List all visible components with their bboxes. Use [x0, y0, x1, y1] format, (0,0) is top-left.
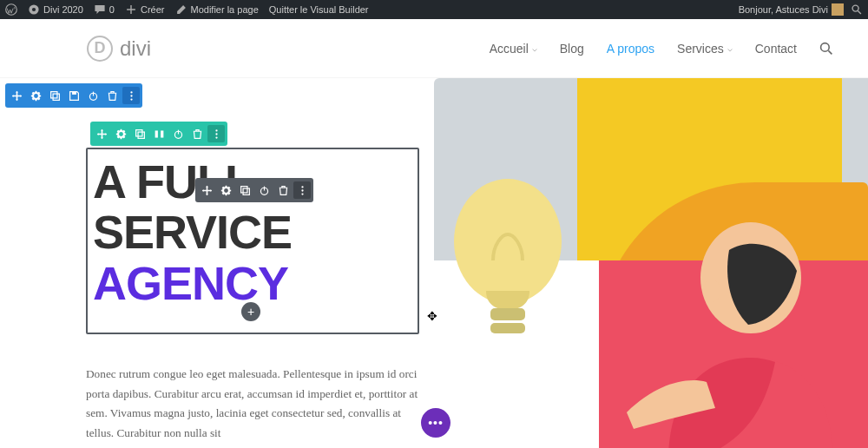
plus-icon [125, 3, 137, 16]
section-move-handle[interactable] [8, 87, 25, 104]
svg-rect-26 [243, 188, 249, 194]
site-header: D divi Accueil ⌵ Blog A propos Services … [0, 19, 868, 78]
nav-contact[interactable]: Contact [755, 42, 797, 56]
svg-point-5 [454, 179, 562, 304]
svg-rect-18 [138, 132, 144, 138]
row-duplicate-button[interactable] [131, 125, 148, 142]
chevron-down-icon: ⌵ [532, 43, 537, 53]
section-settings-button[interactable] [27, 87, 44, 104]
svg-point-14 [130, 91, 132, 93]
svg-point-16 [130, 98, 132, 100]
nav-search[interactable] [819, 42, 833, 56]
power-icon [259, 185, 270, 196]
row-toolbar [90, 122, 227, 146]
row-power-button[interactable] [169, 125, 187, 142]
svg-point-15 [130, 95, 132, 96]
module-settings-button[interactable] [217, 181, 234, 199]
gear-icon [30, 90, 42, 102]
comments-link[interactable]: 0 [94, 3, 115, 16]
nav-home[interactable]: Accueil ⌵ [490, 42, 537, 56]
section-toolbar [5, 83, 142, 108]
duplicate-icon [49, 90, 61, 102]
svg-point-30 [301, 193, 303, 194]
gear-icon [115, 128, 127, 140]
module-duplicate-button[interactable] [236, 181, 253, 199]
comment-count: 0 [109, 4, 115, 15]
columns-icon [154, 128, 165, 140]
builder-fab[interactable]: ••• [421, 408, 450, 438]
save-icon [69, 90, 80, 102]
trash-icon [107, 90, 118, 102]
search-icon [851, 3, 863, 16]
module-more-button[interactable] [293, 181, 311, 199]
home-icon [28, 3, 40, 16]
move-icon [96, 128, 108, 140]
svg-point-2 [32, 8, 36, 11]
more-vertical-icon [211, 128, 222, 140]
headline-line3: AGENCY [93, 257, 288, 309]
svg-point-28 [301, 186, 303, 188]
svg-point-29 [301, 189, 303, 191]
move-icon [11, 90, 23, 102]
row-delete-button[interactable] [188, 125, 206, 142]
site-logo[interactable]: D divi [87, 36, 151, 62]
section-delete-button[interactable] [103, 87, 121, 104]
admin-search[interactable] [851, 3, 863, 16]
module-power-button[interactable] [255, 181, 273, 199]
svg-point-4 [821, 43, 830, 51]
edit-page-link[interactable]: Modifier la page [175, 3, 259, 16]
nav-about[interactable]: A propos [607, 42, 654, 56]
trash-icon [278, 185, 289, 196]
move-icon [201, 185, 213, 196]
section-duplicate-button[interactable] [46, 87, 63, 104]
nav-blog[interactable]: Blog [560, 42, 584, 56]
section-power-button[interactable] [84, 87, 102, 104]
site-name-link[interactable]: Divi 2020 [28, 3, 83, 16]
row-more-button[interactable] [207, 125, 225, 142]
module-delete-button[interactable] [274, 181, 292, 199]
quit-builder-link[interactable]: Quitter le Visual Builder [269, 4, 369, 15]
svg-point-3 [852, 5, 858, 11]
section-save-button[interactable] [65, 87, 82, 104]
edit-page-label: Modifier la page [191, 4, 259, 15]
svg-point-22 [215, 129, 217, 131]
lightbulb-icon [443, 165, 573, 356]
headline-line2: SERVICE [93, 206, 292, 258]
row-settings-button[interactable] [112, 125, 129, 142]
duplicate-icon [240, 185, 251, 196]
row-columns-button[interactable] [150, 125, 168, 142]
svg-rect-11 [53, 94, 59, 100]
wp-logo[interactable] [5, 3, 17, 16]
module-move-handle[interactable] [198, 181, 215, 199]
builder-canvas[interactable]: A FULL SERVICE AGENCY + ✥ Donec rutrum c… [0, 78, 868, 448]
wordpress-icon [5, 3, 17, 16]
add-module-button[interactable]: + [241, 302, 260, 321]
svg-rect-7 [490, 323, 525, 333]
pencil-icon [175, 3, 187, 16]
search-icon [819, 42, 833, 56]
trash-icon [192, 128, 203, 140]
module-toolbar [195, 178, 313, 202]
svg-rect-19 [155, 130, 157, 137]
more-vertical-icon [297, 185, 308, 196]
svg-rect-17 [135, 129, 141, 135]
site-name-text: Divi 2020 [43, 4, 83, 15]
svg-point-23 [215, 133, 217, 135]
svg-point-9 [703, 280, 720, 302]
section-more-button[interactable] [122, 87, 140, 104]
greeting-text: Bonjour, Astuces Divi [739, 4, 828, 15]
svg-rect-12 [72, 91, 76, 94]
svg-rect-10 [50, 91, 56, 97]
avatar [832, 3, 844, 16]
row-move-handle[interactable] [93, 125, 110, 142]
nav-services[interactable]: Services ⌵ [677, 42, 733, 56]
main-nav: Accueil ⌵ Blog A propos Services ⌵ Conta… [490, 42, 833, 56]
svg-rect-20 [161, 130, 163, 137]
svg-point-24 [215, 136, 217, 138]
body-paragraph[interactable]: Donec rutrum congue leo eget malesuada. … [86, 365, 420, 443]
logo-text: divi [120, 36, 151, 61]
create-link[interactable]: Créer [125, 3, 165, 16]
comment-icon [94, 3, 106, 16]
logo-mark: D [87, 36, 113, 62]
account-link[interactable]: Bonjour, Astuces Divi [739, 3, 844, 16]
